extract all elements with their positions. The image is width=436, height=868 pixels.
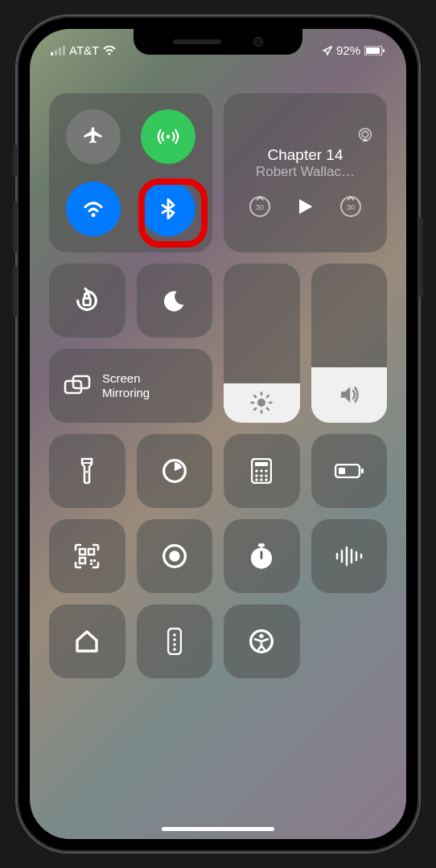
airplane-icon: [82, 125, 105, 148]
battery-pct: 92%: [336, 43, 360, 57]
svg-point-26: [86, 471, 88, 473]
svg-rect-46: [90, 563, 93, 565]
front-camera: [253, 37, 263, 47]
volume-icon: [337, 383, 361, 407]
home-icon: [74, 628, 100, 654]
media-controls-tile[interactable]: Chapter 14 Robert Wallac… 30 30: [224, 93, 387, 252]
svg-point-34: [260, 474, 263, 477]
power-button: [419, 217, 423, 297]
mute-switch: [13, 145, 17, 177]
skip-back-icon[interactable]: 30: [248, 194, 272, 219]
rotation-lock-icon: [73, 287, 101, 314]
svg-text:30: 30: [347, 203, 355, 211]
cellular-data-toggle[interactable]: [141, 109, 195, 164]
media-title: Chapter 14: [237, 146, 374, 164]
svg-point-15: [257, 399, 265, 407]
svg-rect-6: [383, 49, 385, 52]
stopwatch-button[interactable]: [224, 519, 300, 593]
svg-point-64: [173, 648, 176, 651]
svg-point-66: [260, 634, 264, 638]
svg-point-35: [265, 474, 268, 477]
airplane-mode-toggle[interactable]: [66, 109, 121, 164]
orientation-lock-toggle[interactable]: [49, 264, 125, 338]
do-not-disturb-toggle[interactable]: [137, 264, 213, 338]
stopwatch-icon: [249, 542, 274, 570]
svg-rect-41: [361, 469, 364, 473]
svg-rect-5: [366, 47, 380, 54]
screen-record-button[interactable]: [137, 519, 213, 593]
svg-point-49: [169, 551, 179, 561]
voice-memos-button[interactable]: [311, 519, 388, 593]
svg-rect-51: [258, 543, 265, 547]
wifi-toggle[interactable]: [66, 182, 121, 236]
svg-point-62: [173, 638, 176, 641]
accessibility-button[interactable]: [224, 604, 300, 678]
highlight-ring: [138, 178, 208, 248]
qr-scanner-button[interactable]: [49, 519, 125, 593]
volume-slider[interactable]: [311, 264, 388, 423]
battery-icon: [364, 46, 385, 55]
svg-rect-14: [84, 298, 91, 305]
brightness-slider[interactable]: [224, 264, 300, 423]
volume-down-button: [13, 265, 17, 317]
screen-mirroring-button[interactable]: Screen Mirroring: [49, 349, 212, 423]
signal-bars-icon: [51, 46, 65, 55]
timer-button[interactable]: [137, 434, 213, 508]
timer-icon: [162, 458, 187, 484]
svg-point-36: [255, 478, 258, 481]
skip-forward-icon[interactable]: 30: [339, 194, 363, 219]
accessibility-icon: [249, 628, 274, 654]
moon-icon: [162, 289, 187, 313]
screen: AT&T 92%: [30, 29, 406, 839]
battery-icon: [335, 464, 364, 478]
play-icon[interactable]: [294, 195, 316, 218]
antenna-icon: [157, 125, 179, 148]
screen-mirroring-icon: [64, 375, 91, 397]
phone-frame: AT&T 92%: [17, 16, 419, 852]
svg-rect-45: [90, 559, 93, 562]
flashlight-button[interactable]: [49, 434, 125, 508]
svg-rect-1: [55, 50, 57, 55]
svg-rect-42: [80, 549, 85, 555]
svg-point-37: [260, 478, 263, 481]
media-subtitle: Robert Wallac…: [237, 164, 374, 180]
airplay-icon[interactable]: [356, 127, 374, 145]
remote-icon: [167, 628, 182, 655]
screen-mirroring-label-1: Screen: [102, 371, 150, 386]
svg-line-20: [255, 396, 257, 398]
svg-point-63: [173, 643, 176, 646]
apple-tv-remote-button[interactable]: [137, 604, 213, 678]
record-icon: [162, 543, 187, 569]
calculator-button[interactable]: [224, 434, 300, 508]
location-icon: [323, 46, 332, 55]
wifi-icon: [103, 46, 116, 55]
svg-point-31: [260, 469, 263, 473]
home-indicator[interactable]: [162, 827, 274, 831]
qr-code-icon: [74, 543, 100, 569]
svg-rect-44: [80, 558, 85, 563]
svg-point-33: [255, 474, 258, 477]
screen-mirroring-label-2: Mirroring: [102, 386, 150, 400]
svg-rect-40: [339, 468, 345, 474]
connectivity-group[interactable]: [49, 93, 212, 252]
speaker: [173, 39, 221, 44]
svg-rect-43: [88, 549, 94, 555]
control-center: Chapter 14 Robert Wallac… 30 30: [49, 93, 387, 678]
volume-up-button: [13, 201, 17, 253]
flashlight-icon: [77, 457, 97, 485]
carrier-label: AT&T: [69, 43, 99, 57]
svg-point-30: [255, 469, 258, 473]
svg-text:30: 30: [256, 203, 264, 211]
calculator-icon: [251, 458, 272, 484]
svg-point-38: [265, 478, 268, 481]
svg-point-32: [265, 469, 268, 473]
svg-line-22: [255, 408, 257, 410]
low-power-mode-button[interactable]: [311, 434, 388, 508]
svg-point-61: [173, 633, 176, 637]
home-app-button[interactable]: [49, 604, 125, 678]
svg-point-7: [166, 135, 170, 139]
waveform-icon: [335, 546, 364, 567]
svg-line-23: [267, 396, 269, 398]
wifi-icon: [81, 197, 105, 221]
svg-rect-0: [51, 52, 53, 55]
